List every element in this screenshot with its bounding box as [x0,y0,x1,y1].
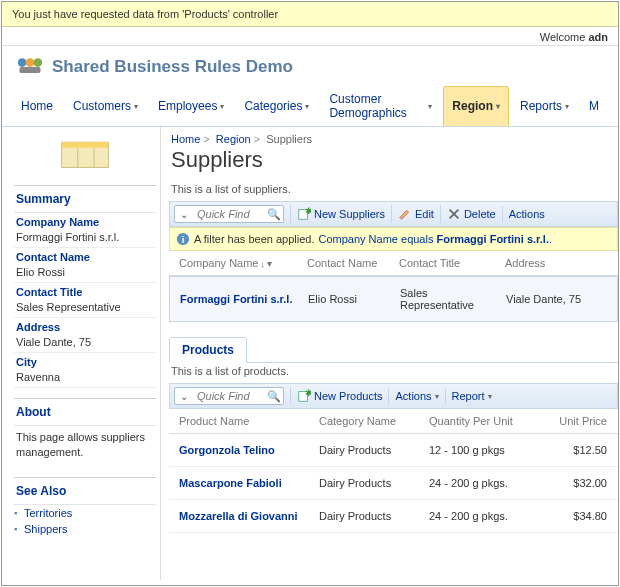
chevron-down-icon: ▾ [305,102,309,111]
crumb-region[interactable]: Region [216,133,251,145]
svg-point-1 [26,58,35,67]
nav-tab-customer-demographics[interactable]: Customer Demographics▾ [320,86,441,126]
chevron-down-icon: ▾ [220,102,224,111]
filter-link[interactable]: Company Name equals Formaggi Fortini s.r… [318,233,552,245]
company-link[interactable]: Formaggi Fortini s.r.l. [174,293,302,305]
nav-tab-reports[interactable]: Reports▾ [511,86,578,126]
new-suppliers-button[interactable]: ✱ New Suppliers [290,205,391,223]
sidebar: Summary Company NameFormaggi Fortini s.r… [2,127,160,580]
about-text: This page allows suppliers management. [14,426,156,467]
products-toolbar: ⌄ 🔍 ✱ New Products Actions▾ Report▾ [169,383,618,409]
table-row[interactable]: Mozzarella di GiovanniDairy Products24 -… [169,500,618,533]
crumb-current: Suppliers [266,133,312,145]
table-row[interactable]: Formaggi Fortini s.r.l. Elio Rossi Sales… [169,276,618,322]
chevron-down-icon: ▾ [134,102,138,111]
logo-icon [16,54,44,80]
svg-rect-5 [62,142,109,147]
seealso-link[interactable]: Shippers [14,521,156,537]
edit-button[interactable]: Edit [391,205,440,223]
chevron-down-icon: ▾ [496,102,500,111]
header: Shared Business Rules Demo [2,46,618,86]
expand-icon[interactable]: ⌄ [175,391,193,402]
col-contact[interactable]: Contact Name [301,257,393,269]
suppliers-toolbar: ⌄ 🔍 ✱ New Suppliers Edit Delete Ac [169,201,618,227]
filter-icon: ▾ [267,258,272,269]
products-desc: This is a list of products. [161,363,618,383]
delete-button[interactable]: Delete [440,205,502,223]
search-icon[interactable]: 🔍 [265,390,283,403]
col-price[interactable]: Unit Price [543,415,613,427]
svg-text:✱: ✱ [305,207,311,216]
svg-point-0 [18,58,27,67]
crumb-home[interactable]: Home [171,133,200,145]
quickfind-input[interactable] [193,388,265,404]
svg-text:i: i [182,234,185,245]
expand-icon[interactable]: ⌄ [175,209,193,220]
about-title: About [14,401,156,426]
folder-icon [14,127,156,185]
actions-button[interactable]: Actions [502,206,551,222]
chevron-down-icon: ▾ [565,102,569,111]
report-button[interactable]: Report▾ [445,388,498,404]
chevron-down-icon: ▾ [428,102,432,111]
col-title[interactable]: Contact Title [393,257,499,269]
new-products-button[interactable]: ✱ New Products [290,387,388,405]
nav-tab-categories[interactable]: Categories▾ [235,86,318,126]
breadcrumb: Home> Region> Suppliers [161,127,618,147]
sort-desc-icon: ↓ [260,259,265,269]
col-address[interactable]: Address [499,257,599,269]
col-product[interactable]: Product Name [173,415,313,427]
table-row[interactable]: Gorgonzola TelinoDairy Products12 - 100 … [169,434,618,467]
nav-tab-customers[interactable]: Customers▾ [64,86,147,126]
svg-text:✱: ✱ [305,389,311,398]
suppliers-desc: This is a list of suppliers. [161,181,618,201]
nav-tab-employees[interactable]: Employees▾ [149,86,233,126]
filter-bar: i A filter has been applied. Company Nam… [169,227,618,251]
col-company[interactable]: Company Name↓▾ [173,257,301,269]
product-link[interactable]: Gorgonzola Telino [173,444,313,456]
summary-label: Address [14,318,156,335]
welcome: Welcome adn [2,27,618,46]
summary-value: Formaggi Fortini s.r.l. [14,230,156,248]
col-qty[interactable]: Quantity Per Unit [423,415,543,427]
svg-point-2 [34,58,43,67]
chevron-down-icon: ▾ [488,392,492,401]
products-header: Product Name Category Name Quantity Per … [169,409,618,434]
summary-value: Elio Rossi [14,265,156,283]
product-link[interactable]: Mozzarella di Giovanni [173,510,313,522]
summary-label: Company Name [14,213,156,230]
nav-tabs: HomeCustomers▾Employees▾Categories▾Custo… [2,86,618,127]
products-grid: Product Name Category Name Quantity Per … [169,409,618,533]
summary-label: City [14,353,156,370]
suppliers-header: Company Name↓▾ Contact Name Contact Titl… [169,251,618,276]
quickfind-input[interactable] [193,206,265,222]
tab-products[interactable]: Products [169,337,247,363]
summary-label: Contact Name [14,248,156,265]
nav-tab-m[interactable]: M [580,86,608,126]
products-tabs: Products [169,336,618,363]
app-title: Shared Business Rules Demo [52,57,293,77]
suppliers-grid: Company Name↓▾ Contact Name Contact Titl… [169,251,618,322]
actions-button[interactable]: Actions▾ [388,388,444,404]
product-link[interactable]: Mascarpone Fabioli [173,477,313,489]
main: Home> Region> Suppliers Suppliers This i… [160,127,618,580]
page-title: Suppliers [161,147,618,181]
summary-label: Contact Title [14,283,156,300]
summary-value: Sales Representative [14,300,156,318]
chevron-down-icon: ▾ [435,392,439,401]
seealso-title: See Also [14,480,156,505]
alert-bar: You just have requested data from 'Produ… [2,2,618,27]
col-category[interactable]: Category Name [313,415,423,427]
table-row[interactable]: Mascarpone FabioliDairy Products24 - 200… [169,467,618,500]
svg-rect-3 [20,67,41,73]
summary-value: Ravenna [14,370,156,388]
summary-title: Summary [14,188,156,213]
nav-tab-region[interactable]: Region▾ [443,86,509,126]
info-icon: i [176,232,190,246]
seealso-link[interactable]: Territories [14,505,156,521]
search-icon[interactable]: 🔍 [265,208,283,221]
summary-value: Viale Dante, 75 [14,335,156,353]
nav-tab-home[interactable]: Home [12,86,62,126]
